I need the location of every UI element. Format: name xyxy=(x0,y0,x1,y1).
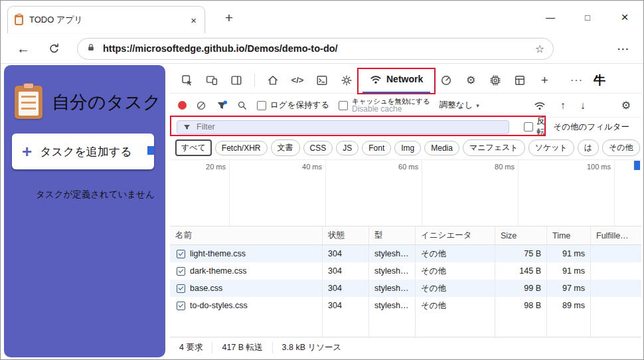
devtools-panel: </> Network xyxy=(170,67,641,357)
search-icon[interactable] xyxy=(237,100,248,111)
filter-chip[interactable]: その他 xyxy=(602,139,640,156)
titlebar: TODO アプリ × + — □ × xyxy=(1,1,643,34)
time-cell[interactable]: 91 ms xyxy=(547,262,591,280)
status-cell[interactable]: 304 xyxy=(323,262,369,280)
url-text[interactable]: https://microsoftedge.github.io/Demos/de… xyxy=(103,43,528,54)
size-cell[interactable]: 75 B xyxy=(495,245,547,262)
resources-size: 3.8 kB リソース xyxy=(272,342,351,353)
filter-chip[interactable]: Img xyxy=(394,141,421,155)
gear-icon[interactable]: ⚙ xyxy=(460,67,481,94)
column-header[interactable]: イニシエータ xyxy=(416,226,495,245)
table-filler xyxy=(547,314,591,337)
filter-chip[interactable]: Media xyxy=(424,141,459,155)
filter-chip[interactable]: ソケット xyxy=(528,139,574,156)
status-bar: 4 要求 417 B 転送 3.8 kB リソース xyxy=(170,337,641,357)
request-name-cell[interactable]: light-theme.css xyxy=(170,245,323,262)
filter-chip[interactable]: マニフェスト xyxy=(463,139,525,156)
column-header[interactable]: 状態 xyxy=(323,226,369,245)
initiator-cell[interactable]: その他 xyxy=(416,245,495,262)
device-emulation-icon[interactable] xyxy=(201,67,222,94)
bookmark-star-icon[interactable]: ☆ xyxy=(535,43,544,55)
filter-chip[interactable]: 文書 xyxy=(271,139,300,156)
inspect-icon[interactable] xyxy=(177,67,198,94)
invert-checkbox[interactable] xyxy=(524,122,533,132)
clear-button[interactable] xyxy=(196,100,206,111)
type-cell[interactable]: stylesh… xyxy=(369,297,416,314)
filter-toggle-icon[interactable] xyxy=(216,100,228,112)
import-har-icon[interactable]: ↑ xyxy=(560,100,566,112)
status-cell[interactable]: 304 xyxy=(323,297,369,314)
request-name-cell[interactable]: to-do-styles.css xyxy=(170,297,323,314)
column-header[interactable]: 型 xyxy=(369,226,416,245)
size-cell[interactable]: 145 B xyxy=(495,262,547,280)
request-name-cell[interactable]: dark-theme.css xyxy=(170,262,323,280)
add-tools-button[interactable]: + xyxy=(534,67,555,94)
type-cell[interactable]: stylesh… xyxy=(369,262,416,280)
status-cell[interactable]: 304 xyxy=(323,280,369,297)
initiator-cell[interactable]: その他 xyxy=(416,297,495,314)
more-tabs-button[interactable]: ··· xyxy=(570,74,583,86)
size-cell[interactable]: 99 B xyxy=(495,280,547,297)
sources-sun-icon[interactable] xyxy=(336,67,357,94)
maximize-button[interactable]: □ xyxy=(569,13,606,23)
time-cell[interactable]: 91 ms xyxy=(547,245,591,262)
column-header[interactable]: Size xyxy=(495,226,547,245)
column-header[interactable]: Fulfille… xyxy=(591,226,641,245)
refresh-button[interactable] xyxy=(48,43,60,54)
disable-cache-checkbox[interactable] xyxy=(339,101,348,110)
fulfilled-cell[interactable] xyxy=(591,280,641,297)
fulfilled-cell[interactable] xyxy=(591,297,641,314)
type-cell[interactable]: stylesh… xyxy=(369,280,416,297)
request-name-cell[interactable]: base.css xyxy=(170,280,323,297)
time-cell[interactable]: 97 ms xyxy=(547,280,591,297)
dock-side-icon[interactable] xyxy=(226,67,247,94)
time-cell[interactable]: 89 ms xyxy=(547,297,591,314)
text-cursor-artifact xyxy=(147,146,154,155)
fulfilled-cell[interactable] xyxy=(591,245,641,262)
filter-input-wrapper[interactable] xyxy=(177,120,509,134)
application-icon[interactable] xyxy=(509,67,530,94)
size-cell[interactable]: 98 B xyxy=(495,297,547,314)
elements-code-icon[interactable]: </> xyxy=(287,67,308,94)
home-icon[interactable] xyxy=(262,67,283,94)
column-header[interactable]: 名前 xyxy=(170,226,323,245)
request-name: base.css xyxy=(190,284,222,293)
tab-close-icon[interactable]: × xyxy=(189,15,198,26)
status-cell[interactable]: 304 xyxy=(323,245,369,262)
performance-dial-icon[interactable] xyxy=(436,67,457,94)
preserve-log-checkbox[interactable] xyxy=(257,101,266,110)
request-name: dark-theme.css xyxy=(190,266,246,276)
export-har-icon[interactable]: ↓ xyxy=(580,100,586,112)
memory-chip-icon[interactable] xyxy=(485,67,506,94)
timeline[interactable]: 20 ms40 ms60 ms80 ms100 ms xyxy=(170,160,641,226)
close-button[interactable]: × xyxy=(606,10,643,25)
type-cell[interactable]: stylesh… xyxy=(369,245,416,262)
throttling-select[interactable]: 調整なし ▾ xyxy=(440,100,479,111)
more-filters-button[interactable]: その他のフィルター xyxy=(553,122,629,133)
fulfilled-cell[interactable] xyxy=(591,262,641,280)
filter-chip[interactable]: すべて xyxy=(175,139,212,156)
initiator-cell[interactable]: その他 xyxy=(416,262,495,280)
navigation-bar: ← https://microsoftedge.github.io/Demos/… xyxy=(1,34,643,64)
settings-gear-icon[interactable]: ⚙ xyxy=(621,99,631,112)
filter-chip[interactable]: JS xyxy=(336,141,359,155)
browser-menu-button[interactable]: ⋯ xyxy=(617,41,630,56)
tab-network[interactable]: Network xyxy=(362,67,430,94)
scrollbar-thumb[interactable] xyxy=(634,161,640,170)
filter-chip[interactable]: CSS xyxy=(303,141,333,155)
filter-chip[interactable]: Font xyxy=(362,141,391,155)
filter-chip[interactable]: は xyxy=(578,139,599,156)
column-header[interactable]: Time xyxy=(547,226,591,245)
minimize-button[interactable]: — xyxy=(532,12,569,23)
network-conditions-icon[interactable] xyxy=(534,100,546,111)
url-bar[interactable]: https://microsoftedge.github.io/Demos/de… xyxy=(77,38,554,60)
filter-input[interactable] xyxy=(197,122,503,132)
initiator-cell[interactable]: その他 xyxy=(416,280,495,297)
browser-tab[interactable]: TODO アプリ × xyxy=(7,6,205,33)
record-button[interactable] xyxy=(178,101,187,110)
add-task-button[interactable]: + タスクを追加する xyxy=(12,134,154,169)
back-button[interactable]: ← xyxy=(17,41,30,56)
console-icon[interactable] xyxy=(311,67,333,94)
filter-chip[interactable]: Fetch/XHR xyxy=(215,141,268,155)
new-tab-button[interactable]: + xyxy=(220,10,238,26)
